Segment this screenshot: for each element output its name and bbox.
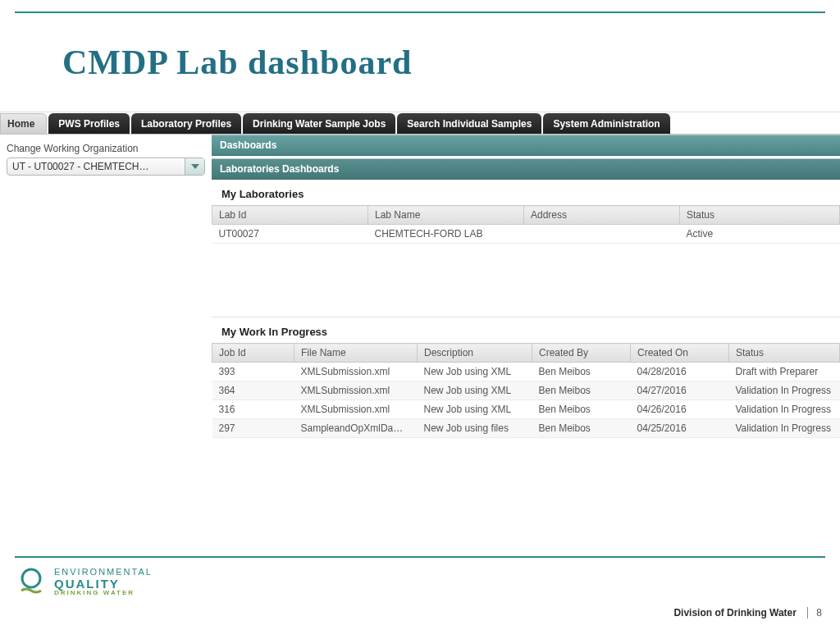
footer: Division of Drinking Water 8 (673, 607, 822, 619)
wip-col-desc[interactable]: Description (418, 344, 532, 363)
cell: 04/28/2016 (631, 363, 729, 381)
tab-home[interactable]: Home (0, 113, 47, 134)
wip-col-jobid[interactable]: Job Id (212, 344, 294, 363)
wip-table: Job Id File Name Description Created By … (212, 343, 840, 438)
cell: Validation In Progress (729, 400, 840, 419)
cell: 04/26/2016 (631, 400, 729, 419)
cell: XMLSubmission.xml (294, 363, 418, 381)
panel-header-labs-dashboards: Laboratories Dashboards (212, 158, 840, 180)
cell: CHEMTECH-FORD LAB (368, 225, 524, 244)
chevron-down-icon[interactable] (185, 158, 204, 175)
cell: 04/27/2016 (631, 381, 729, 400)
wip-col-status[interactable]: Status (729, 344, 840, 363)
bottom-rule (15, 556, 825, 558)
footer-division: Division of Drinking Water (673, 607, 797, 619)
cell: Active (680, 225, 840, 244)
tab-bar: Home PWS Profiles Laboratory Profiles Dr… (0, 112, 840, 134)
top-rule (15, 11, 825, 13)
cell: 316 (212, 400, 294, 419)
wip-col-on[interactable]: Created On (631, 344, 729, 363)
cell: 364 (212, 381, 294, 400)
cell: UT00027 (212, 225, 368, 244)
section-title-wip: My Work In Progress (212, 317, 840, 343)
cell: Ben Meibos (532, 400, 631, 419)
cell: 393 (212, 363, 294, 381)
page-number: 8 (807, 607, 822, 619)
section-title-labs: My Laboratories (212, 180, 840, 205)
cell: 04/25/2016 (631, 419, 729, 438)
cell: Draft with Preparer (729, 363, 840, 381)
cell: New Job using XML (418, 381, 532, 400)
cell (524, 225, 680, 244)
tab-laboratory-profiles[interactable]: Laboratory Profiles (131, 113, 241, 134)
dropdown-value: UT - UT00027 - CHEMTECH… (7, 158, 185, 175)
tab-search-samples[interactable]: Search Individual Samples (397, 113, 541, 134)
labs-col-name[interactable]: Lab Name (368, 206, 524, 225)
logo-line3: DRINKING WATER (54, 590, 153, 596)
page-title: CMDP Lab dashboard (62, 43, 412, 82)
table-row[interactable]: 316XMLSubmission.xmlNew Job using XMLBen… (212, 400, 840, 419)
wip-col-file[interactable]: File Name (294, 344, 418, 363)
cell: SampleandOpXmlDa… (294, 419, 418, 438)
my-laboratories-block: My Laboratories Lab Id Lab Name Address … (212, 180, 840, 317)
table-row[interactable]: UT00027 CHEMTECH-FORD LAB Active (212, 225, 840, 244)
svg-point-0 (22, 569, 40, 587)
cell: XMLSubmission.xml (294, 400, 418, 419)
sidebar: Change Working Organization UT - UT00027… (0, 135, 212, 527)
tab-sample-jobs[interactable]: Drinking Water Sample Jobs (243, 113, 395, 134)
labs-col-address[interactable]: Address (524, 206, 680, 225)
cell: Validation In Progress (729, 381, 840, 400)
logo-icon (16, 568, 46, 597)
logo-line2: QUALITY (54, 578, 153, 591)
cell: Ben Meibos (532, 381, 631, 400)
cell: XMLSubmission.xml (294, 381, 418, 400)
cell: Validation In Progress (729, 419, 840, 438)
panel-header-dashboards: Dashboards (212, 135, 840, 156)
tab-pws-profiles[interactable]: PWS Profiles (48, 113, 130, 134)
cell: New Job using files (418, 419, 532, 438)
logo-text: ENVIRONMENTAL QUALITY DRINKING WATER (54, 568, 153, 597)
logo-line1: ENVIRONMENTAL (54, 568, 153, 578)
table-row[interactable]: 364XMLSubmission.xmlNew Job using XMLBen… (212, 381, 840, 400)
cell: Ben Meibos (532, 419, 631, 438)
deq-logo: ENVIRONMENTAL QUALITY DRINKING WATER (16, 568, 153, 597)
cell: Ben Meibos (532, 363, 631, 381)
cell: 297 (212, 419, 294, 438)
content-pane: Change Working Organization UT - UT00027… (0, 134, 840, 527)
cell: New Job using XML (418, 363, 532, 381)
labs-col-status[interactable]: Status (680, 206, 840, 225)
labs-table: Lab Id Lab Name Address Status UT00027 C… (212, 205, 840, 244)
main-area: Dashboards Laboratories Dashboards My La… (212, 135, 840, 527)
working-org-dropdown[interactable]: UT - UT00027 - CHEMTECH… (7, 158, 205, 176)
work-in-progress-block: My Work In Progress Job Id File Name Des… (212, 317, 840, 465)
table-row[interactable]: 393XMLSubmission.xmlNew Job using XMLBen… (212, 363, 840, 381)
cell: New Job using XML (418, 400, 532, 419)
wip-col-by[interactable]: Created By (532, 344, 631, 363)
table-row[interactable]: 297SampleandOpXmlDa…New Job using filesB… (212, 419, 840, 438)
labs-col-id[interactable]: Lab Id (212, 206, 368, 225)
app-screenshot: Home PWS Profiles Laboratory Profiles Dr… (0, 112, 840, 530)
sidebar-label: Change Working Organization (7, 143, 205, 154)
tab-system-admin[interactable]: System Administration (543, 113, 669, 134)
